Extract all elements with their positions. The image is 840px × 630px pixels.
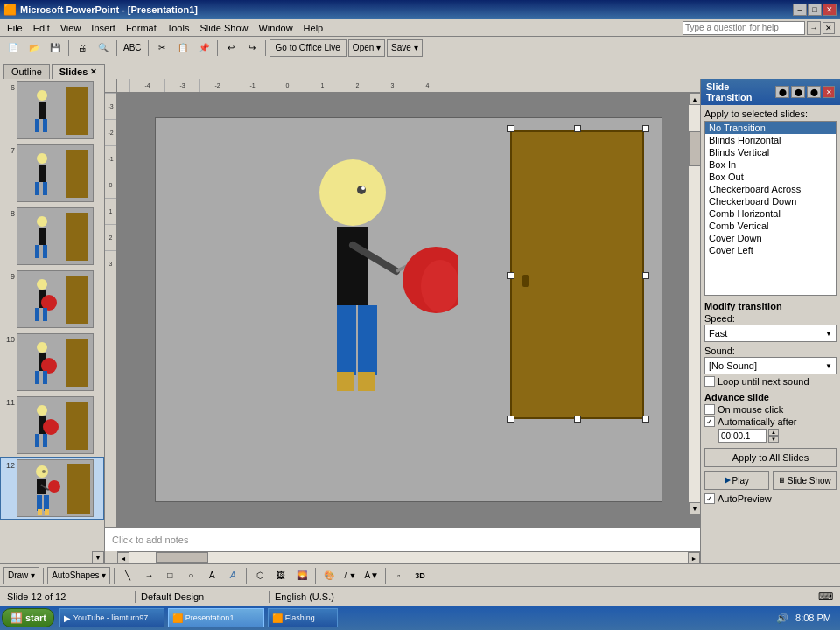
line-tool[interactable]: ╲ xyxy=(118,566,137,585)
time-input[interactable] xyxy=(718,429,766,443)
list-item-blinds-v[interactable]: Blinds Vertical xyxy=(705,146,836,158)
toolbar-preview[interactable]: 🔍 xyxy=(94,38,113,58)
menu-tools[interactable]: Tools xyxy=(162,21,195,35)
play-button[interactable]: Play xyxy=(704,471,769,490)
slide-thumb-8[interactable]: 8 xyxy=(0,205,104,268)
help-close-button[interactable]: ✕ xyxy=(822,22,835,34)
arrow-tool[interactable]: → xyxy=(139,566,158,585)
panel-scroll-down[interactable]: ▼ xyxy=(92,551,104,564)
save-dropdown-button[interactable]: Save ▾ xyxy=(387,39,423,57)
toolbar-cut[interactable]: ✂ xyxy=(152,38,172,58)
notes-area[interactable]: Click to add notes xyxy=(105,527,700,551)
toolbar-paste[interactable]: 📌 xyxy=(194,38,214,58)
menu-file[interactable]: File xyxy=(2,21,28,35)
close-button[interactable]: ✕ xyxy=(822,4,836,16)
sel-handle-ml[interactable] xyxy=(508,272,514,279)
time-spin-down[interactable]: ▼ xyxy=(768,436,779,443)
sel-handle-bl[interactable] xyxy=(508,416,514,423)
autoshapes-dropdown[interactable]: AutoShapes ▾ xyxy=(47,567,110,584)
list-item-cover-left[interactable]: Cover Left xyxy=(705,244,836,256)
wordart-tool[interactable]: A xyxy=(223,566,242,585)
tab-outline[interactable]: Outline xyxy=(4,64,50,79)
diagram-tool[interactable]: ⬡ xyxy=(250,566,270,585)
transitions-listbox[interactable]: No Transition Blinds Horizontal Blinds V… xyxy=(704,121,836,296)
open-dropdown-button[interactable]: Open ▾ xyxy=(348,39,385,57)
scroll-left-button[interactable]: ◄ xyxy=(117,552,130,564)
list-item-checker-down[interactable]: Checkerboard Down xyxy=(705,195,836,207)
taskbar-item-flashing[interactable]: 🟧 Flashing xyxy=(268,608,338,627)
tab-slides-close[interactable]: ✕ xyxy=(90,67,97,76)
panel-btn-1[interactable]: ⬤ xyxy=(775,86,789,98)
list-item-blinds-h[interactable]: Blinds Horizontal xyxy=(705,134,836,146)
help-search-input[interactable] xyxy=(682,21,805,35)
rotation-handle[interactable] xyxy=(573,117,582,118)
taskbar-item-youtube[interactable]: ▶ YouTube - liamturn97... xyxy=(60,608,164,627)
scroll-thumb-h[interactable] xyxy=(156,552,208,563)
minimize-button[interactable]: – xyxy=(793,4,807,16)
toolbar-copy[interactable]: 📋 xyxy=(173,38,192,58)
help-search-button[interactable]: → xyxy=(807,21,821,35)
horizontal-scrollbar[interactable]: ◄ ► xyxy=(117,551,700,564)
slide-thumb-9[interactable]: 9 xyxy=(0,268,104,331)
menu-help[interactable]: Help xyxy=(298,21,329,35)
sel-handle-tc[interactable] xyxy=(574,125,581,132)
scroll-down-button[interactable]: ▼ xyxy=(689,502,700,514)
toolbar-print[interactable]: 🖨 xyxy=(73,38,92,58)
menu-slideshow[interactable]: Slide Show xyxy=(194,21,253,35)
toolbar-undo[interactable]: ↩ xyxy=(221,38,241,58)
textbox-tool[interactable]: A xyxy=(202,566,221,585)
panel-btn-3[interactable]: ⬤ xyxy=(807,86,821,98)
start-button[interactable]: 🪟 start xyxy=(2,608,54,627)
scroll-right-button[interactable]: ► xyxy=(688,552,700,564)
3d-tool[interactable]: 3D xyxy=(410,566,430,585)
go-to-office-live-button[interactable]: Go to Office Live xyxy=(270,39,346,57)
panel-btn-2[interactable]: ⬤ xyxy=(791,86,805,98)
list-item-comb-h[interactable]: Comb Horizontal xyxy=(705,207,836,220)
shadow-tool[interactable]: ▫ xyxy=(389,566,409,585)
tab-slides[interactable]: Slides ✕ xyxy=(52,64,105,79)
oval-tool[interactable]: ○ xyxy=(181,566,200,585)
toolbar-save[interactable]: 💾 xyxy=(46,38,65,58)
rect-tool[interactable]: □ xyxy=(160,566,179,585)
sound-dropdown[interactable]: [No Sound] ▼ xyxy=(704,357,836,374)
toolbar-new[interactable]: 📄 xyxy=(4,38,23,58)
panel-close-button[interactable]: ✕ xyxy=(822,86,835,98)
auto-after-checkbox[interactable]: ✓ xyxy=(704,416,715,427)
clipart-tool[interactable]: 🖼 xyxy=(271,566,290,585)
slide-thumb-7[interactable]: 7 xyxy=(0,142,104,205)
list-item-comb-v[interactable]: Comb Vertical xyxy=(705,220,836,232)
draw-dropdown-button[interactable]: Draw ▾ xyxy=(4,567,39,584)
loop-checkbox[interactable] xyxy=(704,376,715,387)
mouse-click-checkbox[interactable] xyxy=(704,404,715,415)
time-spin-up[interactable]: ▲ xyxy=(768,429,779,436)
toolbar-redo[interactable]: ↪ xyxy=(242,38,262,58)
sel-handle-tl[interactable] xyxy=(508,125,514,132)
speed-dropdown[interactable]: Fast ▼ xyxy=(704,325,836,342)
list-item-box-out[interactable]: Box Out xyxy=(705,171,836,183)
scroll-up-button[interactable]: ▲ xyxy=(689,93,700,105)
list-item-cover-down[interactable]: Cover Down xyxy=(705,232,836,244)
toolbar-open[interactable]: 📂 xyxy=(24,38,44,58)
list-item-checker-across[interactable]: Checkerboard Across xyxy=(705,183,836,195)
slide-thumb-6[interactable]: 6 xyxy=(0,79,104,142)
sel-handle-mr[interactable] xyxy=(642,272,649,279)
menu-format[interactable]: Format xyxy=(121,21,162,35)
sel-handle-br[interactable] xyxy=(642,416,649,423)
toolbar-spellcheck[interactable]: ABC xyxy=(121,38,144,58)
sel-handle-bc[interactable] xyxy=(574,416,581,423)
font-color-tool[interactable]: A▼ xyxy=(361,566,382,585)
slideshow-button[interactable]: 🖥 Slide Show xyxy=(773,471,837,490)
menu-insert[interactable]: Insert xyxy=(86,21,121,35)
vertical-scrollbar[interactable]: ▲ ▼ xyxy=(688,93,700,514)
apply-all-button[interactable]: Apply to All Slides xyxy=(704,448,836,467)
door-object[interactable] xyxy=(510,130,644,419)
taskbar-item-presentation[interactable]: 🟧 Presentation1 xyxy=(168,608,264,627)
list-item-box-in[interactable]: Box In xyxy=(705,158,836,171)
maximize-button[interactable]: □ xyxy=(808,4,822,16)
slide-thumb-11[interactable]: 11 xyxy=(0,394,104,457)
line-color-tool[interactable]: / ▼ xyxy=(340,566,360,585)
scroll-thumb-v[interactable] xyxy=(689,131,700,166)
slide-thumb-10[interactable]: 10 xyxy=(0,331,104,394)
list-item-no-transition[interactable]: No Transition xyxy=(705,122,836,134)
slide-thumb-12[interactable]: 12 xyxy=(0,457,104,520)
